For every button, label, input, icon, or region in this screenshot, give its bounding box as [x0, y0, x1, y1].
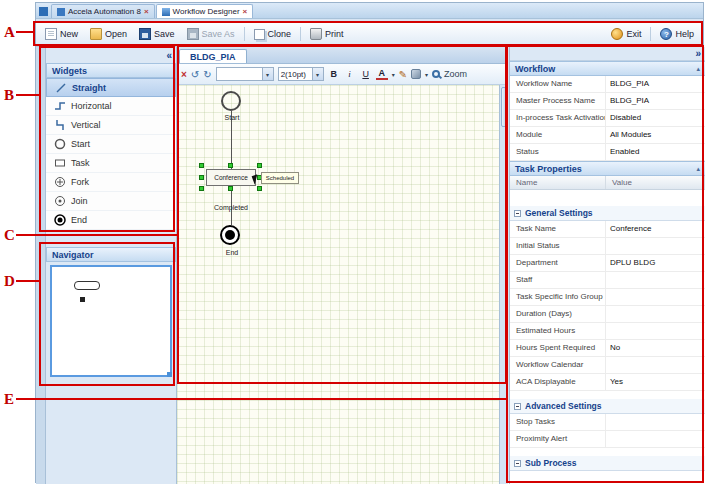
widget-item-label: Start — [71, 139, 90, 149]
fill-color-icon[interactable] — [411, 69, 421, 79]
workflow-property-row[interactable]: Workflow NameBLDG_PIA — [510, 76, 705, 93]
widget-item-task[interactable]: Task — [46, 154, 176, 173]
tab-workflow-designer[interactable]: Workflow Designer × — [156, 4, 254, 18]
workflow-property-row[interactable]: Master Process NameBLDG_PIA — [510, 93, 705, 110]
selection-handle[interactable] — [199, 163, 204, 168]
collapse-group-icon[interactable] — [514, 403, 521, 410]
workflow-property-row[interactable]: In-process Task ActivationDisabled — [510, 110, 705, 127]
redo-icon[interactable]: ↻ — [203, 69, 211, 80]
property-name: Status — [510, 144, 606, 161]
end-node[interactable] — [220, 225, 240, 245]
bold-button[interactable]: B — [328, 69, 340, 79]
collapse-right-panel-button[interactable]: » — [695, 48, 701, 59]
navigator-resize-handle[interactable] — [167, 372, 172, 377]
zoom-label[interactable]: Zoom — [444, 69, 467, 79]
group-header-sub-process[interactable]: Sub Process — [510, 456, 705, 471]
delete-icon[interactable]: × — [181, 69, 187, 80]
collapse-group-icon[interactable] — [514, 210, 521, 217]
task-property-row[interactable]: Proximity Alert — [510, 431, 705, 448]
workflow-property-row[interactable]: StatusEnabled — [510, 144, 705, 161]
column-header-value: Value — [606, 176, 705, 189]
highlighter-pen-icon[interactable]: ✎ — [399, 69, 407, 80]
task-property-row[interactable]: ACA DisplayableYes — [510, 374, 705, 391]
task-node-conference[interactable]: Conference — [206, 169, 256, 186]
annotation-letter-b: B — [4, 87, 14, 104]
workflow-panel-header[interactable]: Workflow ▴ — [510, 61, 705, 76]
collapse-group-icon[interactable] — [514, 460, 521, 467]
help-button[interactable]: Help — [655, 26, 699, 42]
navigator-panel-header[interactable]: Navigator — [46, 247, 176, 262]
chevron-down-icon[interactable]: ▾ — [425, 71, 428, 78]
task-property-row[interactable]: Duration (Days) — [510, 306, 705, 323]
panel-toggle-icon[interactable]: ▴ — [696, 165, 700, 173]
widget-item-vertical[interactable]: Vertical — [46, 116, 176, 135]
printer-icon — [310, 28, 322, 40]
save-button[interactable]: Save — [134, 26, 180, 42]
selection-handle[interactable] — [199, 186, 204, 191]
group-header-advanced-settings[interactable]: Advanced Settings — [510, 399, 705, 414]
task-property-row[interactable]: Workflow Calendar — [510, 357, 705, 374]
workflow-diagram: Start Conference Scheduled Completed End — [177, 85, 499, 484]
zoom-magnifier-icon[interactable] — [432, 70, 440, 78]
start-node[interactable] — [221, 91, 241, 111]
group-header-general-settings[interactable]: General Settings — [510, 206, 705, 221]
selection-handle[interactable] — [228, 186, 233, 191]
property-name: Duration (Days) — [510, 306, 606, 323]
tab-accela-automation[interactable]: Accela Automation 8 × — [51, 4, 155, 18]
font-size-select[interactable]: 2(10pt) ▾ — [278, 67, 324, 81]
widget-item-join[interactable]: Join — [46, 192, 176, 211]
print-button[interactable]: Print — [305, 26, 349, 42]
task-property-row[interactable]: Stop Tasks — [510, 414, 705, 431]
open-folder-icon — [90, 28, 102, 40]
underline-button[interactable]: U — [360, 69, 372, 79]
close-tab-icon[interactable]: × — [144, 8, 149, 16]
clone-button[interactable]: Clone — [249, 27, 297, 42]
close-tab-icon[interactable]: × — [243, 8, 248, 16]
widgets-panel-header[interactable]: Widgets — [46, 63, 176, 78]
save-as-button[interactable]: Save As — [182, 26, 240, 42]
workflow-tab-bldg-pia[interactable]: BLDG_PIA — [179, 49, 247, 63]
task-property-row[interactable]: Initial Status — [510, 238, 705, 255]
canvas-vertical-scrollbar[interactable] — [499, 85, 508, 484]
page-icon — [57, 8, 65, 16]
print-button-label: Print — [325, 29, 344, 39]
widget-item-horizontal[interactable]: Horizontal — [46, 97, 176, 116]
italic-button[interactable]: i — [344, 69, 356, 79]
open-button[interactable]: Open — [85, 26, 132, 42]
widget-item-fork[interactable]: Fork — [46, 173, 176, 192]
navigator-thumbnail[interactable] — [50, 265, 172, 377]
task-property-row[interactable]: DepartmentDPLU BLDG — [510, 255, 705, 272]
widget-item-end[interactable]: End — [46, 211, 176, 230]
task-property-row[interactable]: Estimated Hours — [510, 323, 705, 340]
task-properties-header[interactable]: Task Properties ▴ — [510, 161, 705, 176]
panel-toggle-icon[interactable]: ▴ — [696, 65, 700, 73]
widgets-panel-title: Widgets — [52, 66, 87, 76]
annotation-letter-a: A — [4, 24, 15, 41]
selection-handle[interactable] — [257, 163, 262, 168]
selection-handle[interactable] — [199, 175, 204, 180]
font-color-button[interactable]: A — [376, 68, 388, 80]
selection-handle[interactable] — [228, 163, 233, 168]
undo-icon[interactable]: ↺ — [191, 69, 199, 80]
font-name-select[interactable]: ▾ — [216, 67, 274, 81]
widget-item-start[interactable]: Start — [46, 135, 176, 154]
chevron-down-icon: ▾ — [262, 68, 273, 80]
chevron-down-icon[interactable]: ▾ — [392, 71, 395, 78]
task-status-tooltip: Scheduled — [261, 172, 299, 184]
task-property-row[interactable]: Task NameConference — [510, 221, 705, 238]
property-value — [606, 323, 705, 340]
navigator-shape-square — [80, 297, 85, 302]
task-property-row[interactable]: Hours Spent RequiredNo — [510, 340, 705, 357]
task-property-row[interactable]: Staff — [510, 272, 705, 289]
exit-button[interactable]: Exit — [606, 26, 646, 42]
selection-handle[interactable] — [257, 186, 262, 191]
widget-item-straight[interactable]: Straight — [46, 78, 176, 97]
new-button[interactable]: New — [40, 26, 83, 42]
left-splitter-strip[interactable] — [36, 47, 46, 484]
clone-copy-icon — [254, 29, 265, 40]
scrollbar-thumb[interactable] — [501, 87, 507, 127]
workflow-property-row[interactable]: ModuleAll Modules — [510, 127, 705, 144]
task-property-row[interactable]: Task Specific Info Group — [510, 289, 705, 306]
collapse-left-panel-button[interactable]: « — [166, 50, 172, 61]
workflow-canvas[interactable]: Start Conference Scheduled Completed End — [177, 85, 499, 484]
